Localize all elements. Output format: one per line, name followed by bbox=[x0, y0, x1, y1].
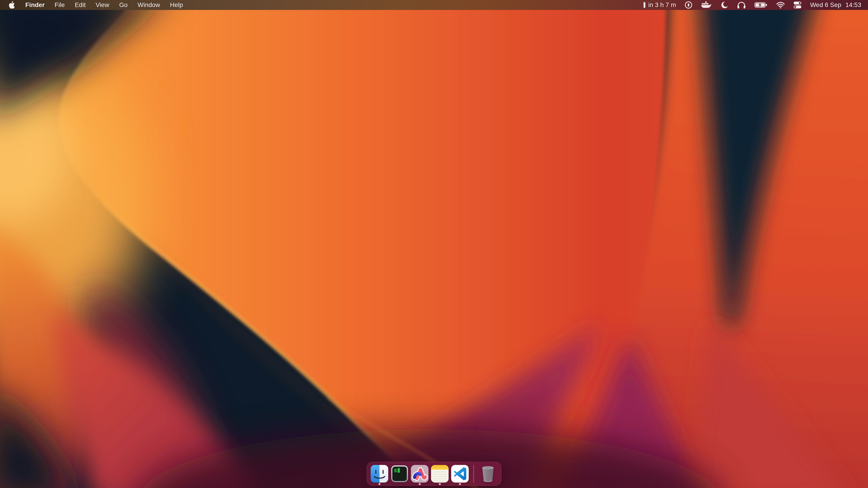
dock-arc[interactable] bbox=[411, 465, 429, 486]
dock-trash[interactable] bbox=[478, 465, 498, 486]
1password-icon[interactable] bbox=[685, 0, 692, 10]
docker-whale-icon[interactable] bbox=[701, 0, 712, 10]
menu-item-view[interactable]: View bbox=[96, 0, 109, 10]
headphones-icon[interactable] bbox=[737, 0, 746, 10]
menu-bar-status: in 3 h 7 m bbox=[644, 0, 868, 10]
running-indicator bbox=[418, 483, 421, 485]
dock-finder[interactable] bbox=[370, 465, 389, 486]
running-indicator bbox=[378, 483, 380, 485]
vscode-icon bbox=[451, 465, 469, 483]
wallpaper bbox=[0, 0, 868, 488]
menu-item-file[interactable]: File bbox=[55, 0, 65, 10]
menu-clock[interactable]: Wed 6 Sep 14:53 bbox=[810, 1, 861, 8]
svg-text:$: $ bbox=[394, 468, 397, 474]
timer-text: in 3 h 7 m bbox=[648, 1, 676, 8]
moon-focus-icon[interactable] bbox=[720, 0, 728, 10]
apple-menu[interactable] bbox=[8, 0, 16, 10]
dock-notes[interactable] bbox=[431, 465, 449, 486]
apple-logo-icon bbox=[8, 1, 16, 9]
battery-charging-icon[interactable] bbox=[754, 0, 768, 10]
clock-date: Wed 6 Sep bbox=[810, 1, 841, 8]
timer-status[interactable]: in 3 h 7 m bbox=[644, 1, 676, 8]
dock: $ bbox=[367, 462, 502, 486]
menu-bar-left: Finder File Edit View Go Window Help bbox=[0, 0, 183, 10]
dock-separator bbox=[473, 465, 474, 483]
arc-browser-icon bbox=[411, 465, 429, 483]
menu-bar: Finder File Edit View Go Window Help in … bbox=[0, 0, 868, 10]
trash-icon bbox=[479, 465, 497, 483]
menu-item-help[interactable]: Help bbox=[170, 0, 183, 10]
menu-item-go[interactable]: Go bbox=[119, 0, 127, 10]
desktop[interactable]: Finder File Edit View Go Window Help in … bbox=[0, 0, 868, 488]
menu-item-edit[interactable]: Edit bbox=[75, 0, 86, 10]
menu-item-window[interactable]: Window bbox=[137, 0, 160, 10]
running-indicator bbox=[459, 483, 461, 485]
wifi-icon[interactable] bbox=[776, 0, 785, 10]
menu-app-name[interactable]: Finder bbox=[25, 0, 45, 10]
terminal-icon: $ bbox=[391, 465, 409, 483]
running-indicator bbox=[439, 483, 441, 485]
notes-icon bbox=[431, 465, 449, 483]
dock-vscode[interactable] bbox=[451, 465, 469, 486]
finder-icon bbox=[370, 465, 389, 483]
clock-time: 14:53 bbox=[845, 1, 861, 8]
dock-terminal[interactable]: $ bbox=[391, 465, 409, 486]
control-center-icon[interactable] bbox=[794, 0, 802, 10]
timer-indicator-bar bbox=[644, 2, 645, 8]
